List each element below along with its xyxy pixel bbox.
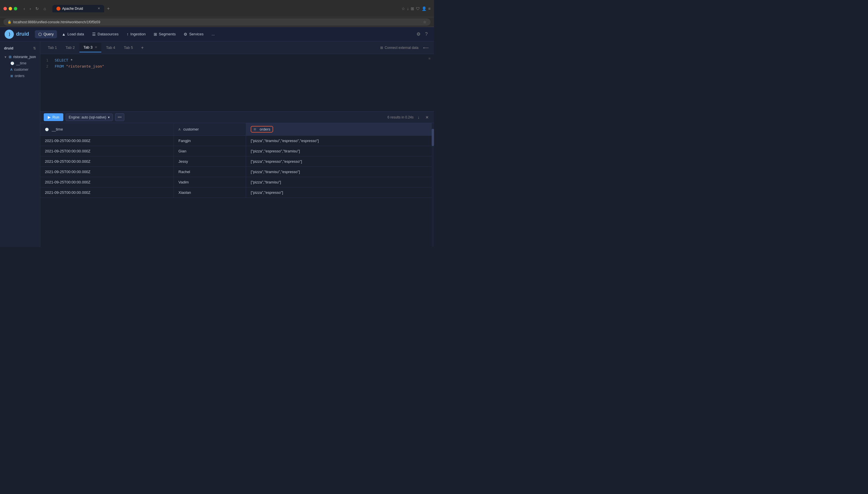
browser-tab-bar: Apache Druid ✕ + [52, 5, 397, 12]
table-row: 2021-09-25T00:00:00.000ZRachel["pizza","… [40, 167, 434, 177]
datasource-icon: ⊞ [8, 55, 12, 59]
editor-toolbar[interactable]: ≡ [428, 56, 431, 61]
string-field-icon: A [11, 68, 12, 71]
more-options-button[interactable]: ••• [115, 113, 124, 121]
close-traffic-light[interactable] [3, 7, 7, 11]
shield-icon[interactable]: 🛡 [416, 6, 420, 11]
lock-icon: 🔒 [7, 20, 12, 24]
col-customer-label: customer [183, 127, 199, 131]
connect-external-icon: ⊞ [380, 46, 383, 50]
query-tab-4[interactable]: Tab 4 [102, 43, 119, 52]
browser-tab-title: Apache Druid [62, 6, 83, 11]
cell-customer-1: Gian [174, 146, 246, 156]
sidebar-field-customer[interactable]: A customer [2, 66, 38, 73]
cell-customer-3: Rachel [174, 167, 246, 177]
keyword-from: FROM [55, 64, 64, 69]
nav-item-query-label: Query [43, 32, 54, 36]
star-icon[interactable]: ☆ [423, 20, 427, 24]
code-line-2: FROM "ristorante_json" [55, 63, 434, 70]
nav-item-more[interactable]: ... [208, 30, 218, 38]
extensions-button[interactable]: ⊞ [411, 6, 414, 11]
browser-tab-active[interactable]: Apache Druid ✕ [52, 5, 104, 12]
segments-nav-icon: ⊞ [154, 32, 157, 37]
customer-col-icon: A [178, 128, 180, 131]
sidebar-field-time[interactable]: 🕐 __time [2, 60, 38, 66]
cell-orders-1: ["pizza","espresso","tiramisu"] [246, 146, 434, 156]
sidebar-header: druid ⇅ [2, 45, 38, 52]
browser-tab-close[interactable]: ✕ [97, 6, 100, 11]
table-row: 2021-09-25T00:00:00.000ZXiaolan["pizza",… [40, 188, 434, 198]
new-query-tab-button[interactable]: + [139, 44, 146, 52]
nav-item-ingestion[interactable]: ↑ Ingestion [123, 30, 149, 38]
address-bar[interactable]: 🔒 localhost:8888/unified-console.html#wo… [3, 18, 431, 25]
orders-col-icon: ⊞ [254, 127, 256, 131]
table-row: 2021-09-25T00:00:00.000ZJessy["pizza","e… [40, 156, 434, 167]
column-header-customer[interactable]: A customer [174, 123, 246, 136]
nav-item-query[interactable]: ⬡ Query [35, 30, 57, 38]
settings-button[interactable]: ⚙ [415, 30, 422, 39]
minimize-traffic-light[interactable] [8, 7, 12, 11]
url-text: localhost:8888/unified-console.html#work… [13, 20, 100, 24]
new-browser-tab-button[interactable]: + [105, 5, 111, 12]
reload-button[interactable]: ↻ [34, 5, 40, 12]
sidebar-field-orders[interactable]: ⊞ orders [2, 73, 38, 79]
engine-dropdown-icon: ▾ [108, 115, 110, 119]
download-results-button[interactable]: ↓ [416, 114, 421, 121]
cell-time-1: 2021-09-25T00:00:00.000Z [40, 146, 174, 156]
table-row: 2021-09-25T00:00:00.000ZFangjin["pizza",… [40, 136, 434, 146]
results-table: 🕐 __time A customer ⊞ orders [40, 123, 434, 198]
close-results-button[interactable]: ✕ [423, 114, 431, 121]
code-line-1: SELECT * [55, 57, 434, 63]
scrollbar-track[interactable] [432, 123, 434, 247]
query-tab-1[interactable]: Tab 1 [44, 43, 61, 52]
top-nav: ⟩ druid ⬡ Query ▲ Load data ☰ Datasource… [0, 27, 434, 41]
menu-button[interactable]: ≡ [428, 6, 431, 11]
results-area[interactable]: 🕐 __time A customer ⊞ orders [40, 123, 434, 247]
connect-external-data[interactable]: ⊞ Connect external data [378, 44, 421, 51]
cell-orders-3: ["pizza","tiramisu","espresso"] [246, 167, 434, 177]
query-tab-3[interactable]: Tab 3 ✕ [79, 43, 102, 52]
fullscreen-traffic-light[interactable] [14, 7, 17, 11]
nav-item-ingestion-label: Ingestion [130, 32, 146, 36]
code-content[interactable]: SELECT * FROM "ristorante_json" [55, 57, 434, 70]
nav-item-segments[interactable]: ⊞ Segments [150, 30, 179, 38]
tab-3-close-icon[interactable]: ✕ [95, 45, 97, 49]
column-header-orders[interactable]: ⊞ orders [246, 123, 434, 136]
ingestion-nav-icon: ↑ [127, 32, 129, 37]
sidebar-expand-button[interactable]: ⇅ [33, 46, 36, 50]
connect-external-label: Connect external data [385, 46, 418, 50]
back-button[interactable]: ‹ [22, 5, 27, 12]
main-content: druid ⇅ ▼ ⊞ ristorante_json 🕐 __time A c… [0, 41, 434, 247]
editor-area[interactable]: ≡ 1 2 SELECT * FROM "ristorante_json" [40, 54, 434, 112]
forward-button[interactable]: › [28, 5, 33, 12]
complex-field-icon: ⊞ [11, 74, 13, 78]
bookmark-button[interactable]: ☆ [401, 6, 405, 11]
services-nav-icon: ⚙ [184, 32, 187, 37]
help-button[interactable]: ? [423, 30, 429, 39]
download-button[interactable]: ↓ [407, 6, 409, 11]
engine-label: Engine: auto (sql-native) [69, 115, 106, 119]
profile-button[interactable]: 👤 [422, 6, 427, 11]
druid-favicon [56, 6, 60, 11]
string-table-name: "ristorante_json" [66, 64, 104, 69]
nav-item-load-data[interactable]: ▲ Load data [58, 30, 88, 38]
results-count: 6 results in 0.24s [387, 115, 414, 119]
scrollbar-thumb[interactable] [432, 129, 434, 146]
time-col-icon: 🕐 [45, 128, 49, 131]
sidebar-datasource-item[interactable]: ▼ ⊞ ristorante_json [2, 54, 38, 60]
run-button[interactable]: ▶ Run [44, 113, 63, 121]
nav-item-services[interactable]: ⚙ Services [180, 30, 207, 38]
nav-item-datasources[interactable]: ☰ Datasources [89, 30, 122, 38]
home-button[interactable]: ⌂ [42, 5, 48, 12]
browser-nav-buttons: ‹ › ↻ ⌂ [22, 5, 48, 12]
query-tab-2[interactable]: Tab 2 [61, 43, 79, 52]
engine-select[interactable]: Engine: auto (sql-native) ▾ [66, 114, 113, 121]
tab-2-label: Tab 2 [66, 45, 75, 50]
column-header-time[interactable]: 🕐 __time [40, 123, 174, 136]
query-tab-5[interactable]: Tab 5 [120, 43, 137, 52]
panel-collapse-button[interactable]: ⟵ [421, 44, 431, 51]
cell-orders-2: ["pizza","espresso","espresso"] [246, 156, 434, 167]
tab-1-label: Tab 1 [48, 45, 57, 50]
cell-customer-0: Fangjin [174, 136, 246, 146]
app-container: ⟩ druid ⬡ Query ▲ Load data ☰ Datasource… [0, 27, 434, 247]
